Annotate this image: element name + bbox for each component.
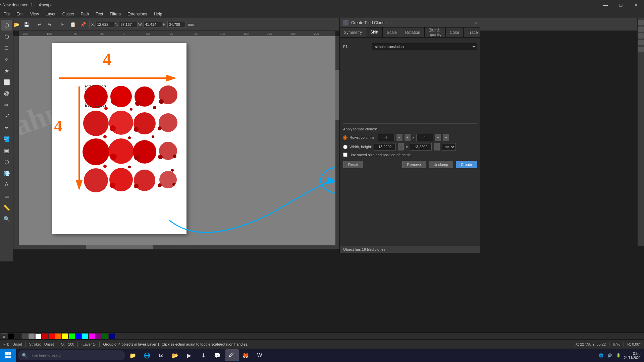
taskbar-item-download[interactable]: ⬇	[197, 349, 211, 361]
h-scrollbar[interactable]	[19, 245, 335, 249]
height-input[interactable]	[410, 143, 432, 150]
menu-help[interactable]: Help	[151, 11, 166, 17]
taskbar-item-word[interactable]: W	[254, 349, 267, 361]
select-tool[interactable]: ⬡	[1, 20, 12, 31]
reset-button[interactable]: Reset	[343, 161, 363, 168]
create-button[interactable]: Create	[456, 161, 477, 168]
text-tool[interactable]: A	[1, 179, 12, 190]
node-tool[interactable]: ⬡	[1, 31, 12, 42]
width-minus-button[interactable]: −	[398, 143, 404, 150]
cols-plus-button[interactable]: +	[443, 134, 449, 141]
symmetry-select[interactable]: simple translation	[372, 43, 477, 50]
pencil-tool[interactable]: ✏	[1, 100, 12, 110]
taskbar-item-firefox[interactable]: 🦊	[239, 349, 253, 361]
ellipse-tool[interactable]: ○	[1, 54, 12, 65]
h-input[interactable]	[167, 21, 186, 28]
menu-extensions[interactable]: Extensions	[124, 11, 151, 17]
bucket-tool[interactable]: 🪣	[1, 134, 12, 144]
width-height-radio[interactable]	[343, 145, 347, 149]
menu-text[interactable]: Text	[92, 11, 106, 17]
battery-icon[interactable]: 🔋	[615, 352, 622, 359]
width-height-row: Width, height: − x − mm px	[343, 143, 477, 150]
menu-path[interactable]: Path	[77, 11, 93, 17]
pen-tool[interactable]: 🖊	[1, 111, 12, 122]
svg-point-30	[110, 125, 116, 131]
menu-layer[interactable]: Layer	[42, 11, 59, 17]
redo-button[interactable]: ↪	[45, 20, 54, 29]
connector-tool[interactable]: ⚌	[1, 191, 12, 201]
clock-display[interactable]: 0:56 24/11/2021	[624, 351, 641, 360]
taskbar-item-explorer[interactable]: 📂	[169, 349, 182, 361]
spiral-tool[interactable]: @	[1, 88, 12, 99]
width-height-label: Width, height:	[350, 145, 372, 149]
rows-input[interactable]	[378, 134, 394, 141]
rows-plus-button[interactable]: +	[405, 134, 411, 141]
close-button[interactable]: ✕	[629, 0, 644, 10]
taskbar-item-mail[interactable]: ✉	[155, 349, 168, 361]
network-icon[interactable]: 🌐	[598, 352, 604, 359]
w-input[interactable]	[144, 21, 162, 28]
v-scrollbar-thumb[interactable]	[335, 70, 339, 120]
save-button[interactable]: 💾	[22, 20, 31, 29]
measure-tool[interactable]: 📏	[1, 202, 12, 213]
remove-button[interactable]: Remove	[402, 161, 426, 168]
maximize-button[interactable]: □	[613, 0, 629, 10]
deco-btn-4[interactable]	[638, 40, 644, 45]
rect-tool[interactable]: □	[1, 43, 12, 53]
3d-box-tool[interactable]: ⬜	[1, 77, 12, 87]
menu-edit[interactable]: Edit	[13, 11, 27, 17]
tab-scale[interactable]: Scale	[383, 27, 401, 37]
volume-icon[interactable]: 🔊	[606, 352, 613, 359]
rows-minus-button[interactable]: −	[396, 134, 402, 141]
taskbar-item-chat[interactable]: 💬	[211, 349, 225, 361]
unit-select[interactable]: mm px	[442, 143, 456, 150]
deco-btn-1[interactable]	[638, 20, 644, 25]
eraser-tool[interactable]: ⬡	[1, 157, 12, 167]
tab-blur-opacity[interactable]: Blur & opacity	[425, 27, 446, 37]
height-minus-button[interactable]: −	[434, 143, 440, 150]
taskbar-item-files[interactable]: 📁	[127, 349, 140, 361]
taskbar-item-media[interactable]: ▶	[183, 349, 197, 361]
deco-btn-3[interactable]	[638, 33, 644, 39]
menu-view[interactable]: View	[27, 11, 42, 17]
spray-tool[interactable]: 💨	[1, 168, 12, 179]
deco-btn-2[interactable]	[638, 26, 644, 32]
tab-trace[interactable]: Trace	[464, 27, 482, 37]
minimize-button[interactable]: —	[598, 0, 613, 10]
cut-button[interactable]: ✂	[58, 20, 67, 29]
tab-color[interactable]: Color	[446, 27, 464, 37]
h-scrollbar-thumb[interactable]	[86, 245, 153, 249]
calligraphy-tool[interactable]: ✒	[1, 122, 12, 133]
menu-object[interactable]: Object	[59, 11, 77, 17]
use-saved-checkbox[interactable]	[343, 153, 347, 157]
deco-btn-5[interactable]	[638, 47, 644, 52]
svg-text:75: 75	[170, 32, 173, 36]
y-input[interactable]	[119, 21, 138, 28]
undo-button[interactable]: ↩	[35, 20, 44, 29]
rows-cols-radio[interactable]	[343, 135, 347, 140]
menu-filters[interactable]: Filters	[106, 11, 124, 17]
canvas-area[interactable]: Rahm ner.NET 4 4	[19, 36, 335, 249]
cols-input[interactable]	[416, 134, 433, 141]
tab-symmetry[interactable]: Symmetry	[340, 27, 366, 37]
panel-close-button[interactable]: ×	[475, 20, 477, 25]
paste-button[interactable]: 📌	[78, 20, 88, 29]
taskbar-search-box[interactable]: 🔍	[18, 350, 125, 360]
v-scrollbar[interactable]	[335, 36, 339, 249]
taskbar-search-input[interactable]	[30, 353, 121, 357]
cols-minus-button[interactable]: −	[435, 134, 441, 141]
x-input[interactable]	[96, 21, 114, 28]
menu-file[interactable]: File	[0, 11, 13, 17]
copy-button[interactable]: 📋	[68, 20, 77, 29]
start-button[interactable]	[0, 349, 16, 362]
y-label: Y:	[115, 22, 118, 26]
tab-shift[interactable]: Shift	[366, 27, 383, 37]
tab-rotation[interactable]: Rotation	[401, 27, 425, 37]
width-input[interactable]	[374, 143, 396, 150]
unclump-button[interactable]: Unclump	[429, 161, 453, 168]
taskbar-item-browser[interactable]: 🌐	[141, 349, 154, 361]
zoom-tool[interactable]: 🔍	[1, 214, 12, 224]
star-tool[interactable]: ★	[1, 65, 12, 76]
gradient-tool[interactable]: ▣	[1, 145, 12, 156]
taskbar-item-inkscape[interactable]: 🖊	[225, 349, 239, 361]
